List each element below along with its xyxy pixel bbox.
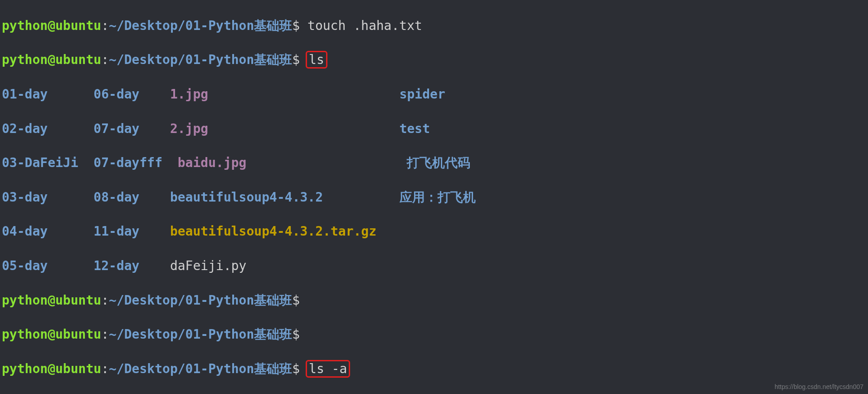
dir-entry: 04-day: [2, 224, 48, 239]
dir-entry: 07-day: [93, 121, 139, 136]
prompt-host: ubuntu: [55, 18, 101, 33]
command-touch: touch .haha.txt: [307, 18, 422, 33]
ls-row-3: 03-day 08-day beautifulsoup4-4.3.2 应用：打飞…: [2, 189, 866, 206]
prompt-line-5: python@ubuntu:~/Desktop/01-Python基础班$ ls…: [2, 360, 866, 378]
dir-entry: 11-day: [93, 224, 139, 239]
ls-row-4: 04-day 11-day beautifulsoup4-4.3.2.tar.g…: [2, 223, 866, 240]
dir-entry: 01-day: [2, 87, 48, 102]
image-entry: 1.jpg: [170, 87, 208, 102]
watermark-text: https://blog.csdn.net/ltycsdn007: [775, 383, 863, 391]
prompt-at: @: [48, 18, 55, 33]
dir-entry: 03-DaFeiJi: [2, 155, 78, 170]
dir-entry: 打飞机代码: [407, 155, 470, 170]
dir-entry: 03-day: [2, 190, 48, 205]
prompt-dollar: $: [292, 18, 300, 33]
dir-entry: 05-day: [2, 258, 48, 273]
prompt-colon: :: [101, 18, 109, 33]
ls-row-1: 02-day 07-day 2.jpg test: [2, 120, 866, 138]
dir-entry: 07-dayfff: [93, 155, 162, 170]
dir-entry: 应用：打飞机: [400, 190, 476, 205]
image-entry: baidu.jpg: [178, 155, 247, 170]
dir-entry: 02-day: [2, 121, 48, 136]
dir-entry: test: [400, 121, 430, 136]
command-ls-highlighted: ls: [306, 51, 327, 69]
prompt-path: ~/Desktop/01-Python基础班: [109, 18, 292, 33]
prompt-line-1: python@ubuntu:~/Desktop/01-Python基础班$ to…: [2, 17, 866, 34]
image-entry: 2.jpg: [170, 121, 208, 136]
dir-entry: 12-day: [93, 258, 139, 273]
prompt-line-3: python@ubuntu:~/Desktop/01-Python基础班$: [2, 292, 866, 309]
ls-row-2: 03-DaFeiJi 07-dayfff baidu.jpg 打飞机代码: [2, 154, 866, 172]
ls-row-5: 05-day 12-day daFeiji.py: [2, 257, 866, 275]
file-entry: daFeiji.py: [170, 258, 247, 273]
prompt-line-2: python@ubuntu:~/Desktop/01-Python基础班$ ls: [2, 51, 866, 69]
dir-entry: beautifulsoup4-4.3.2: [170, 190, 323, 205]
ls-row-0: 01-day 06-day 1.jpg spider: [2, 86, 866, 103]
command-lsa-highlighted: ls -a: [306, 360, 350, 378]
archive-entry: beautifulsoup4-4.3.2.tar.gz: [170, 224, 376, 239]
dir-entry: spider: [400, 87, 445, 102]
terminal-output[interactable]: python@ubuntu:~/Desktop/01-Python基础班$ to…: [0, 0, 868, 394]
prompt-line-4: python@ubuntu:~/Desktop/01-Python基础班$: [2, 326, 866, 343]
prompt-user: python: [2, 18, 48, 33]
dir-entry: 06-day: [93, 87, 139, 102]
dir-entry: 08-day: [93, 190, 139, 205]
